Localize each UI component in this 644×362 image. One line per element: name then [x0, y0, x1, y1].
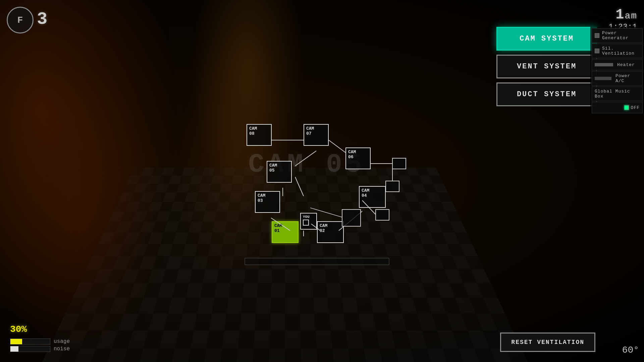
- status-dot-off: [624, 105, 629, 110]
- status-label-power-ac: Power A/C: [615, 73, 640, 83]
- cam-label-08: CAM08: [249, 126, 257, 136]
- cam-label-02: CAM02: [320, 223, 327, 233]
- cam-node-01[interactable]: CAM01: [272, 221, 299, 243]
- noise-bar-fill: [10, 346, 18, 352]
- temperature-display: 60°: [622, 345, 639, 355]
- freddy-initial: F: [17, 15, 23, 25]
- cam-label-01: CAM01: [274, 223, 282, 233]
- svg-rect-17: [245, 258, 389, 265]
- noise-bar: [10, 346, 50, 352]
- status-item-power-ac[interactable]: Power A/C: [592, 71, 643, 86]
- usage-label: usage: [54, 339, 70, 345]
- cam-node-04[interactable]: CAM04: [359, 186, 386, 208]
- usage-bar-row: usage: [10, 339, 70, 345]
- power-percent: 30%: [10, 317, 70, 337]
- status-item-sil-vent[interactable]: Sil. Ventilation: [592, 44, 643, 58]
- cam-node-06[interactable]: CAM06: [345, 147, 371, 169]
- hud-bottom: 30% usage noise: [10, 317, 70, 352]
- svg-line-8: [295, 177, 304, 196]
- freddy-badge: F: [7, 7, 34, 34]
- power-ac-bar: [595, 77, 611, 80]
- cam-node-08[interactable]: CAM08: [247, 124, 272, 146]
- status-panel: Power Generator Sil. Ventilation Heater …: [590, 27, 644, 115]
- status-dot-power-gen: [595, 33, 599, 38]
- status-item-power-gen[interactable]: Power Generator: [592, 28, 643, 43]
- heater-bar: [595, 63, 613, 66]
- cam-label-03: CAM03: [258, 193, 265, 203]
- reset-ventilation-button[interactable]: RESET VENTILATION: [500, 333, 595, 352]
- status-item-off[interactable]: OFF: [592, 102, 643, 113]
- cam-label-05: CAM05: [269, 163, 277, 173]
- svg-line-1: [295, 151, 316, 166]
- camera-map: CAM08 CAM07 CAM06 CAM05 CAM04 CAM03 YOU …: [228, 111, 416, 272]
- cam-label-06: CAM06: [348, 149, 356, 160]
- vent-system-button[interactable]: VENT SYSTEM: [496, 55, 597, 78]
- svg-rect-4: [392, 158, 406, 169]
- svg-rect-10: [376, 209, 389, 220]
- svg-rect-16: [342, 209, 361, 226]
- cam-label-04: CAM04: [362, 188, 369, 198]
- time-hour: 1am: [609, 7, 637, 23]
- noise-label: noise: [54, 346, 70, 352]
- usage-bar: [10, 339, 50, 345]
- level-number: 3: [37, 9, 47, 29]
- status-label-heater: Heater: [617, 62, 635, 67]
- status-item-global-music[interactable]: Global Music Box: [592, 86, 643, 101]
- cam-label-07: CAM07: [306, 126, 314, 136]
- svg-line-2: [329, 140, 345, 153]
- system-buttons-panel: CAM SYSTEM VENT SYSTEM DUCT SYSTEM: [496, 27, 597, 106]
- you-label: YOU: [303, 215, 310, 219]
- cam-node-02[interactable]: CAM02: [317, 221, 344, 243]
- usage-bar-fill: [10, 339, 22, 344]
- status-label-off: OFF: [631, 105, 640, 110]
- noise-bar-row: noise: [10, 346, 70, 352]
- you-indicator: [303, 220, 309, 226]
- duct-system-button[interactable]: DUCT SYSTEM: [496, 82, 597, 106]
- status-dot-sil-vent: [595, 49, 599, 53]
- status-label-power-gen: Power Generator: [602, 31, 640, 41]
- cam-node-05[interactable]: CAM05: [267, 161, 292, 183]
- cam-node-07[interactable]: CAM07: [304, 124, 329, 146]
- cam-node-03[interactable]: CAM03: [255, 191, 280, 213]
- svg-rect-6: [386, 181, 399, 192]
- cam-node-you: YOU: [300, 213, 317, 230]
- status-item-heater[interactable]: Heater: [592, 59, 643, 70]
- status-label-sil-vent: Sil. Ventilation: [602, 46, 640, 56]
- cam-system-button[interactable]: CAM SYSTEM: [496, 27, 597, 51]
- status-label-global-music: Global Music Box: [595, 89, 640, 99]
